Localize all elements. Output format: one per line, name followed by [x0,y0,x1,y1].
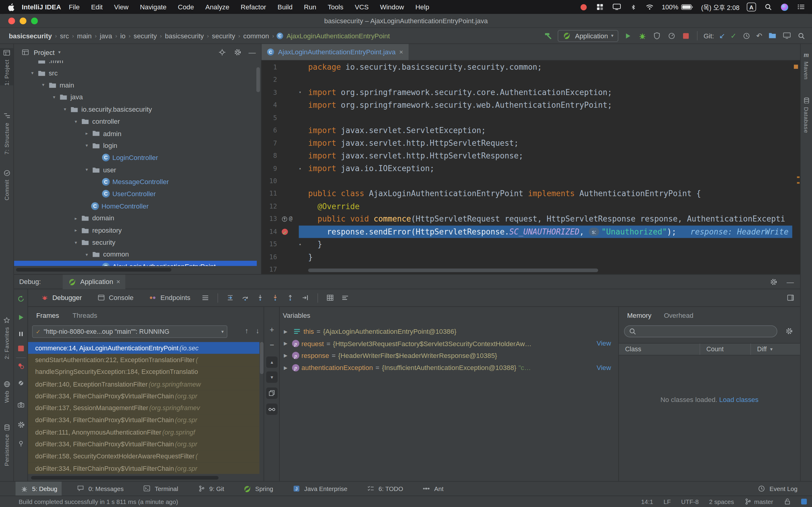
stop-button[interactable] [681,31,691,41]
code-editor[interactable]: 123▾456789▴10111213@14✓15▴1617 package i… [262,61,792,274]
line-number[interactable]: 14 [262,225,277,238]
step-over-icon[interactable] [241,293,250,302]
caret-position-widget[interactable]: 14:1 [641,498,653,505]
chevron-expanded-icon[interactable]: ▾ [83,252,91,257]
zoom-window-button[interactable] [31,17,38,24]
line-number[interactable]: 17 [262,264,277,274]
toolwindow-9-git[interactable]: 9: Git [193,482,229,496]
toolwindow-0-messages[interactable]: 0: Messages [72,482,128,496]
stripe-maven[interactable]: mMaven [801,50,812,80]
spotlight-icon[interactable] [763,2,773,12]
line-number[interactable]: 4 [262,99,277,112]
step-out-icon[interactable] [286,293,295,302]
threads-view-icon[interactable] [341,293,350,302]
hide-debug-panel-icon[interactable]: — [786,278,794,286]
chevron-expanded-icon[interactable]: ▾ [28,70,37,75]
display-icon[interactable] [612,2,621,12]
menu-vcs[interactable]: VCS [349,3,374,11]
stack-frame-row[interactable]: sendStartAuthentication:212, ExceptionTr… [28,354,259,366]
breadcrumb-item[interactable]: security [133,32,158,40]
code-line[interactable]: import javax.servlet.ServletException; [308,124,792,137]
stripe-2-favorites[interactable]: 2: Favorites [0,316,14,359]
breadcrumb-item[interactable]: security [211,32,236,40]
variable-row[interactable]: ▶this={AjaxLoginAuthenticationEntryPoint… [280,325,618,337]
thread-dump-icon[interactable] [16,400,26,409]
git-history-icon[interactable] [742,31,751,41]
mute-breakpoints-icon[interactable] [16,379,26,388]
breadcrumb-item[interactable]: java [99,32,113,40]
stack-frame-row[interactable]: doFilter:158, SecurityContextHolderAware… [28,451,259,463]
breadcrumb-item[interactable]: basicsecurity [164,32,205,40]
breadcrumb-class[interactable]: CAjaxLoginAuthenticationEntryPoint [276,32,390,40]
marker-icon[interactable] [794,65,798,69]
restore-layout-icon[interactable] [786,293,795,302]
step-into-icon[interactable] [255,293,265,302]
toolwindow-spring[interactable]: Spring [239,482,277,496]
rerun-icon[interactable] [16,294,26,303]
line-number[interactable]: 2 [262,74,277,86]
stripe-database[interactable]: Database [801,96,812,133]
chevron-down-icon[interactable]: ▾ [58,50,61,55]
tab-debugger[interactable]: Debugger [33,289,89,306]
view-link[interactable]: View [594,337,611,349]
line-number[interactable]: 8 [262,150,277,162]
project-tree-item[interactable]: ▾io.security.basicsecurity [14,103,257,115]
code-line[interactable]: import org.springframework.security.core… [308,86,792,99]
chevron-expanded-icon[interactable]: ▾ [71,240,80,245]
stack-frame-row[interactable]: doFilter:334, FilterChainProxy$VirtualFi… [28,439,259,451]
menu-build[interactable]: Build [272,3,298,11]
line-number[interactable]: 15 [262,238,277,251]
git-update-icon[interactable]: ↙ [719,32,725,40]
stripe-7-structure[interactable]: 7: Structure [0,111,14,155]
column-diff[interactable]: Diff▼ [750,343,800,355]
column-class[interactable]: Class [619,345,700,353]
project-tree-item[interactable]: CMessageController [14,176,257,188]
code-line[interactable]: } [308,251,792,264]
code-line[interactable]: public class AjaxLoginAuthenticationEntr… [308,187,792,200]
git-rollback-icon[interactable]: ↶ [756,32,762,40]
menubar-clock[interactable]: (목) 오후 2:08 [701,2,740,12]
editor-horizontal-scrollbar[interactable] [308,269,598,272]
stack-frame-row[interactable]: doFilter:334, FilterChainProxy$VirtualFi… [28,390,259,402]
chevron-expanded-icon[interactable]: ▾ [50,95,59,100]
expand-icon[interactable]: ▶ [284,341,292,346]
pause-icon[interactable] [16,329,26,339]
previous-frame-icon[interactable]: ↑ [245,327,249,335]
bluetooth-icon[interactable] [629,2,638,12]
marker-icon[interactable] [797,182,800,183]
project-tree-item[interactable]: ▾common [14,248,257,261]
chevron-expanded-icon[interactable]: ▾ [83,167,91,172]
code-line[interactable] [308,74,792,86]
view-link[interactable]: View [594,362,611,374]
battery-status[interactable]: 100% [662,2,694,12]
code-line[interactable]: package io.security.basicsecurity.securi… [308,61,792,74]
menu-window[interactable]: Window [374,3,410,11]
expand-icon[interactable]: ▶ [284,329,292,334]
annotation-gutter-icon[interactable]: @ [289,213,292,225]
search-everywhere-icon[interactable] [797,31,806,41]
tab-frames[interactable]: Frames [36,311,59,319]
menu-view[interactable]: View [108,3,135,11]
tab-threads[interactable]: Threads [72,311,97,319]
build-project-icon[interactable] [544,31,553,41]
project-tree-item[interactable]: CLoginController [14,152,257,164]
stack-frame-row[interactable]: doFilter:137, SessionManagementFilter (o… [28,402,259,414]
expand-icon[interactable]: ▶ [284,365,292,370]
breadcrumb-item[interactable]: common [242,32,270,40]
stripe-persistence[interactable]: Persistence [0,423,14,466]
stack-frame-row[interactable]: doFilter:334, FilterChainProxy$VirtualFi… [28,414,259,427]
menu-tools[interactable]: Tools [322,3,349,11]
gear-icon[interactable] [233,48,242,57]
fold-marker-icon[interactable]: ▴ [299,162,301,175]
pin-tab-icon[interactable] [16,439,26,448]
show-watches-icon[interactable] [266,403,277,415]
thread-selector[interactable]: ✓ "http-nio-8080-exe...oup "main"": RUNN… [32,325,227,338]
expand-icon[interactable]: ▶ [284,353,292,358]
profiler-button[interactable] [667,31,676,41]
column-count[interactable]: Count [700,343,750,355]
duplicate-icon[interactable] [266,388,277,399]
code-line[interactable] [308,112,792,124]
toolwindow-terminal[interactable]: Terminal [138,482,182,496]
frames-vertical-scrollbar[interactable] [260,342,264,374]
project-tree-item[interactable]: ▾src [14,67,257,79]
